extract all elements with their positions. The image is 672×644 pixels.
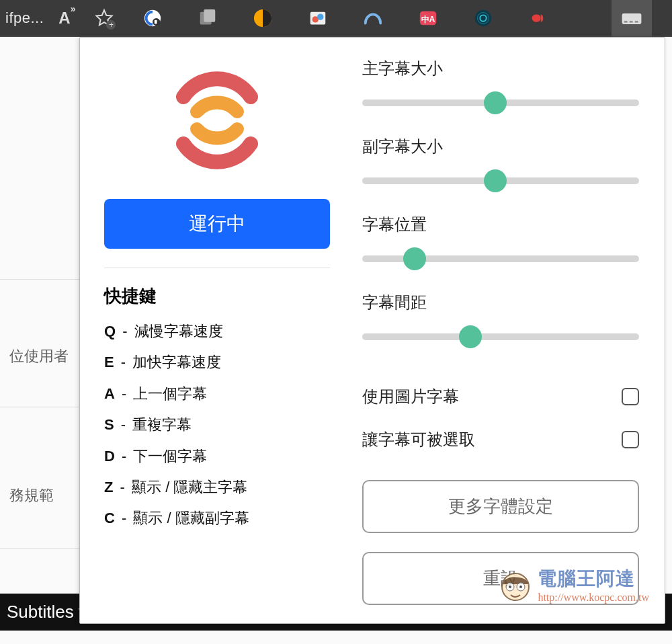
check-label: 讓字幕可被選取 <box>362 429 475 450</box>
divider <box>104 268 330 268</box>
app-logo <box>104 58 330 199</box>
shortcuts-section: 快捷鍵 Q - 減慢字幕速度 E - 加快字幕速度 A - 上一個字幕 S - … <box>104 284 330 541</box>
address-fragment: ifpe... <box>5 9 44 27</box>
shortcut-row: E - 加快字幕速度 <box>104 354 330 371</box>
shortcuts-heading: 快捷鍵 <box>104 284 330 308</box>
slider-label: 主字幕大小 <box>362 58 639 79</box>
shortcut-row: A - 上一個字幕 <box>104 385 330 403</box>
bg-text-policy: 務規範 <box>9 485 54 506</box>
check-selectable-subtitle: 讓字幕可被選取 <box>362 429 639 450</box>
checkbox[interactable] <box>622 388 639 405</box>
slider-main-size: 主字幕大小 <box>362 58 639 113</box>
reset-button[interactable]: 重設 <box>362 552 639 605</box>
extension-icon-4[interactable] <box>306 7 329 30</box>
slider-track[interactable] <box>362 171 639 191</box>
extension-icon-7[interactable] <box>472 7 495 30</box>
active-extension-icon[interactable] <box>612 0 652 37</box>
slider-track[interactable] <box>362 249 639 269</box>
svg-point-8 <box>318 13 324 19</box>
browser-toolbar: ifpe... A» + 中A <box>0 0 672 37</box>
slider-thumb[interactable] <box>484 169 507 192</box>
svg-rect-17 <box>630 21 633 22</box>
svg-rect-2 <box>155 19 157 24</box>
slider-label: 字幕間距 <box>362 292 639 313</box>
shortcut-row: C - 顯示 / 隱藏副字幕 <box>104 510 330 527</box>
shortcut-row: S - 重複字幕 <box>104 416 330 434</box>
svg-rect-14 <box>532 14 541 22</box>
extension-icon-6[interactable]: 中A <box>417 7 439 30</box>
extension-icon-5[interactable] <box>362 7 384 30</box>
favorite-star-icon[interactable]: + <box>94 8 114 28</box>
slider-sub-size: 副字幕大小 <box>362 136 639 191</box>
svg-text:中A: 中A <box>421 14 435 24</box>
status-button[interactable]: 運行中 <box>104 199 330 249</box>
bg-text-users: 位使用者 <box>9 346 69 366</box>
reader-mode-icon[interactable]: A» <box>58 9 75 28</box>
slider-track[interactable] <box>362 93 639 113</box>
extension-icon-2[interactable] <box>196 7 219 30</box>
svg-rect-18 <box>635 21 638 22</box>
shortcut-row: D - 下一個字幕 <box>104 448 330 465</box>
shortcut-row: Z - 顯示 / 隱藏主字幕 <box>104 479 330 496</box>
check-image-subtitle: 使用圖片字幕 <box>362 386 639 407</box>
slider-label: 副字幕大小 <box>362 136 639 157</box>
extension-icon-1[interactable] <box>141 7 164 30</box>
extension-icon-3[interactable] <box>251 7 274 30</box>
slider-spacing: 字幕間距 <box>362 292 639 347</box>
slider-position: 字幕位置 <box>362 214 639 269</box>
popup-right-panel: 主字幕大小 副字幕大小 字幕位置 字幕間距 <box>349 38 665 623</box>
extension-popup: 運行中 快捷鍵 Q - 減慢字幕速度 E - 加快字幕速度 A - 上一個字幕 … <box>79 37 665 624</box>
slider-thumb[interactable] <box>484 91 507 114</box>
extension-icons-row: 中A <box>141 7 550 30</box>
svg-rect-16 <box>624 21 628 22</box>
svg-rect-4 <box>204 9 216 22</box>
slider-label: 字幕位置 <box>362 214 639 235</box>
slider-thumb[interactable] <box>403 247 426 270</box>
slider-track[interactable] <box>362 327 639 347</box>
shortcut-row: Q - 減慢字幕速度 <box>104 323 330 340</box>
check-label: 使用圖片字幕 <box>362 386 459 407</box>
extension-icon-8[interactable] <box>527 7 550 30</box>
slider-thumb[interactable] <box>459 325 482 348</box>
checkbox[interactable] <box>622 431 639 448</box>
more-font-settings-button[interactable]: 更多字體設定 <box>362 480 639 533</box>
popup-left-panel: 運行中 快捷鍵 Q - 減慢字幕速度 E - 加快字幕速度 A - 上一個字幕 … <box>80 38 349 623</box>
